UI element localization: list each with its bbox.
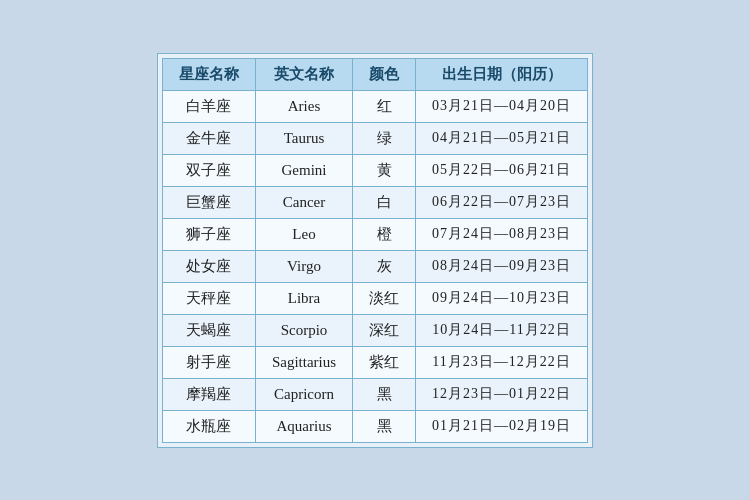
header-english-name: 英文名称 — [255, 58, 352, 90]
cell-color: 橙 — [353, 218, 416, 250]
cell-chinese-name: 水瓶座 — [162, 410, 255, 442]
cell-english-name: Cancer — [255, 186, 352, 218]
cell-dates: 03月21日—04月20日 — [416, 90, 588, 122]
cell-chinese-name: 射手座 — [162, 346, 255, 378]
cell-color: 深红 — [353, 314, 416, 346]
table-row: 天蝎座Scorpio深红10月24日—11月22日 — [162, 314, 587, 346]
table-row: 金牛座Taurus绿04月21日—05月21日 — [162, 122, 587, 154]
cell-chinese-name: 摩羯座 — [162, 378, 255, 410]
header-color: 颜色 — [353, 58, 416, 90]
cell-chinese-name: 狮子座 — [162, 218, 255, 250]
cell-color: 淡红 — [353, 282, 416, 314]
cell-english-name: Aries — [255, 90, 352, 122]
cell-english-name: Leo — [255, 218, 352, 250]
cell-dates: 06月22日—07月23日 — [416, 186, 588, 218]
cell-english-name: Libra — [255, 282, 352, 314]
cell-dates: 08月24日—09月23日 — [416, 250, 588, 282]
cell-dates: 04月21日—05月21日 — [416, 122, 588, 154]
table-row: 水瓶座Aquarius黑01月21日—02月19日 — [162, 410, 587, 442]
table-row: 狮子座Leo橙07月24日—08月23日 — [162, 218, 587, 250]
cell-dates: 10月24日—11月22日 — [416, 314, 588, 346]
cell-color: 绿 — [353, 122, 416, 154]
cell-chinese-name: 金牛座 — [162, 122, 255, 154]
cell-color: 红 — [353, 90, 416, 122]
cell-english-name: Sagittarius — [255, 346, 352, 378]
cell-color: 黄 — [353, 154, 416, 186]
table-row: 天秤座Libra淡红09月24日—10月23日 — [162, 282, 587, 314]
cell-color: 灰 — [353, 250, 416, 282]
table-row: 射手座Sagittarius紫红11月23日—12月22日 — [162, 346, 587, 378]
table-row: 摩羯座Capricorn黑12月23日—01月22日 — [162, 378, 587, 410]
zodiac-table-container: 星座名称 英文名称 颜色 出生日期（阳历） 白羊座Aries红03月21日—04… — [157, 53, 593, 448]
cell-english-name: Capricorn — [255, 378, 352, 410]
table-row: 白羊座Aries红03月21日—04月20日 — [162, 90, 587, 122]
cell-chinese-name: 处女座 — [162, 250, 255, 282]
table-header-row: 星座名称 英文名称 颜色 出生日期（阳历） — [162, 58, 587, 90]
header-dates: 出生日期（阳历） — [416, 58, 588, 90]
cell-color: 黑 — [353, 378, 416, 410]
header-chinese-name: 星座名称 — [162, 58, 255, 90]
cell-dates: 12月23日—01月22日 — [416, 378, 588, 410]
cell-color: 黑 — [353, 410, 416, 442]
cell-english-name: Taurus — [255, 122, 352, 154]
table-row: 处女座Virgo灰08月24日—09月23日 — [162, 250, 587, 282]
cell-dates: 05月22日—06月21日 — [416, 154, 588, 186]
cell-color: 白 — [353, 186, 416, 218]
cell-chinese-name: 天蝎座 — [162, 314, 255, 346]
cell-chinese-name: 天秤座 — [162, 282, 255, 314]
table-row: 双子座Gemini黄05月22日—06月21日 — [162, 154, 587, 186]
zodiac-table: 星座名称 英文名称 颜色 出生日期（阳历） 白羊座Aries红03月21日—04… — [162, 58, 588, 443]
cell-dates: 11月23日—12月22日 — [416, 346, 588, 378]
cell-dates: 09月24日—10月23日 — [416, 282, 588, 314]
cell-dates: 07月24日—08月23日 — [416, 218, 588, 250]
cell-chinese-name: 白羊座 — [162, 90, 255, 122]
cell-chinese-name: 巨蟹座 — [162, 186, 255, 218]
table-row: 巨蟹座Cancer白06月22日—07月23日 — [162, 186, 587, 218]
cell-english-name: Gemini — [255, 154, 352, 186]
cell-english-name: Scorpio — [255, 314, 352, 346]
cell-english-name: Aquarius — [255, 410, 352, 442]
cell-english-name: Virgo — [255, 250, 352, 282]
cell-chinese-name: 双子座 — [162, 154, 255, 186]
cell-color: 紫红 — [353, 346, 416, 378]
cell-dates: 01月21日—02月19日 — [416, 410, 588, 442]
